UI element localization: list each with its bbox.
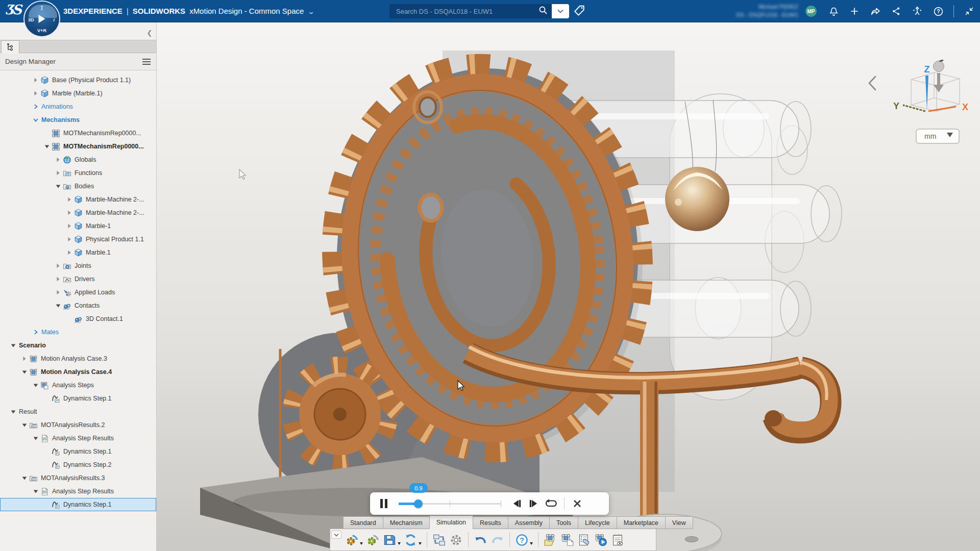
dropdown-arrow-icon[interactable] [398, 542, 401, 545]
tree-item[interactable]: Marble (Marble.1) [0, 87, 156, 100]
tree-item[interactable]: Marble-Machine 2-... [0, 206, 156, 219]
tree-item[interactable]: Dynamics Step.1 [0, 445, 156, 458]
tree-expand-arrow-icon[interactable] [55, 156, 63, 163]
tree-expand-arrow-icon[interactable] [33, 488, 40, 495]
tag-icon[interactable] [573, 4, 586, 19]
tab-results[interactable]: Results [473, 516, 508, 529]
sync-button[interactable] [402, 531, 423, 549]
add-content-icon[interactable] [849, 6, 860, 17]
slider-thumb[interactable] [414, 499, 423, 508]
panel-menu-icon[interactable] [142, 58, 151, 65]
tree-expand-arrow-icon[interactable] [55, 183, 63, 190]
tree-item[interactable]: Dynamics Step.1 [0, 498, 156, 511]
share-icon[interactable] [870, 6, 881, 17]
search-box[interactable] [389, 4, 569, 18]
tree-item[interactable]: Marble-Machine 2-... [0, 193, 156, 206]
checklist-button[interactable] [576, 531, 593, 549]
tree-item[interactable]: Mechanisms [0, 113, 156, 127]
user-assistant-icon[interactable] [912, 6, 923, 17]
toolbar-collapse-icon[interactable] [331, 531, 341, 539]
tree-expand-arrow-icon[interactable] [66, 249, 74, 256]
tree-item[interactable]: Physical Product 1.1 [0, 233, 156, 246]
tree-item[interactable]: Globals [0, 153, 156, 166]
report-button[interactable] [609, 531, 626, 549]
tree-view-tab[interactable] [1, 40, 19, 54]
tree-item[interactable]: MOTAnalysisResults.2 [0, 418, 156, 432]
tree-item[interactable]: Analysis Steps [0, 379, 156, 392]
tab-simulation[interactable]: Simulation [429, 515, 473, 529]
tree-item[interactable]: Result [0, 405, 156, 418]
tree-expand-arrow-icon[interactable] [33, 90, 40, 97]
save-button[interactable] [381, 531, 402, 549]
tree-item[interactable]: Marble-1 [0, 219, 156, 233]
tree-expand-arrow-icon[interactable] [33, 103, 40, 110]
tree-item[interactable]: Joints [0, 259, 156, 272]
tree-expand-arrow-icon[interactable] [33, 77, 40, 84]
pause-button[interactable] [375, 495, 393, 512]
tree-expand-arrow-icon[interactable] [33, 382, 40, 389]
search-icon[interactable] [538, 6, 552, 17]
tab-tools[interactable]: Tools [549, 516, 578, 529]
tree-item[interactable]: MOTMechanismRep0000... [0, 127, 156, 140]
tree-expand-arrow-icon[interactable] [66, 196, 74, 203]
tree-item[interactable]: Analysis Step Results [0, 432, 156, 445]
tree-item[interactable]: Motion Analysis Case.3 [0, 352, 156, 365]
dropdown-arrow-icon[interactable] [530, 542, 533, 545]
tree-item[interactable]: Base (Physical Product 1.1) [0, 73, 156, 87]
3d-viewport[interactable]: Z X Y mm [157, 22, 980, 551]
tree-expand-arrow-icon[interactable] [21, 421, 29, 429]
tree-item[interactable]: Functions [0, 166, 156, 180]
exit-fullscreen-icon[interactable] [964, 6, 975, 17]
panel-collapse-icon[interactable]: ❮ [145, 29, 154, 38]
update-button[interactable] [344, 531, 364, 549]
collaborate-network-icon[interactable] [891, 6, 902, 17]
undo-button[interactable] [472, 531, 489, 549]
tree-expand-arrow-icon[interactable] [55, 169, 63, 177]
avatar[interactable]: MP [805, 6, 817, 17]
tree-item[interactable]: Analysis Step Results [0, 485, 156, 498]
tree-item[interactable]: Animations [0, 100, 156, 113]
dropdown-arrow-icon[interactable] [360, 542, 363, 545]
tree-expand-arrow-icon[interactable] [10, 408, 18, 415]
help-button[interactable]: ? [513, 531, 534, 549]
loop-button[interactable] [543, 495, 560, 512]
tree-item[interactable]: Mates [0, 325, 156, 339]
tree-item[interactable]: MOTAnalysisResults.3 [0, 471, 156, 485]
tree-item[interactable]: Drivers [0, 272, 156, 286]
mech-play-button[interactable] [593, 531, 609, 549]
transfer-button[interactable] [431, 531, 448, 549]
tree-item[interactable]: Motion Analysis Case.4 [0, 365, 156, 379]
mech-open-button[interactable] [542, 531, 559, 549]
tab-marketplace[interactable]: Marketplace [617, 516, 665, 529]
tab-standard[interactable]: Standard [343, 516, 383, 529]
mech-page-button[interactable] [559, 531, 576, 549]
close-player-button[interactable] [569, 495, 586, 512]
tree-item[interactable]: Scenario [0, 339, 156, 352]
redo-button[interactable] [489, 531, 506, 549]
3d-viewport-canvas[interactable]: Z X Y mm [157, 22, 980, 551]
tree-expand-arrow-icon[interactable] [55, 262, 63, 269]
notifications-bell-icon[interactable] [828, 6, 839, 17]
app-switcher-chevron-icon[interactable]: ⌄ [308, 1, 315, 23]
tree-expand-arrow-icon[interactable] [55, 289, 63, 296]
tree-item[interactable]: Dynamics Step.2 [0, 458, 156, 471]
tree-item[interactable]: Dynamics Step.1 [0, 392, 156, 405]
tab-assembly[interactable]: Assembly [508, 516, 549, 529]
tree-item[interactable]: Marble.1 [0, 246, 156, 259]
tab-view[interactable]: View [665, 516, 693, 529]
tree-expand-arrow-icon[interactable] [55, 276, 63, 283]
search-options-dropdown[interactable] [552, 4, 569, 18]
tree-expand-arrow-icon[interactable] [21, 474, 29, 482]
dropdown-arrow-icon[interactable] [419, 542, 422, 545]
tree-expand-arrow-icon[interactable] [33, 329, 40, 336]
tree-expand-arrow-icon[interactable] [66, 209, 74, 216]
update2-button[interactable] [364, 531, 381, 549]
tree-expand-arrow-icon[interactable] [21, 368, 29, 375]
step-back-button[interactable] [508, 495, 525, 512]
3dexperience-compass[interactable]: 3D i V+R [23, 1, 60, 37]
tab-lifecycle[interactable]: Lifecycle [578, 516, 617, 529]
time-slider[interactable]: 0.9 [399, 495, 501, 512]
tree-expand-arrow-icon[interactable] [44, 143, 52, 150]
tree-expand-arrow-icon[interactable] [55, 302, 63, 309]
tree-expand-arrow-icon[interactable] [66, 222, 74, 230]
